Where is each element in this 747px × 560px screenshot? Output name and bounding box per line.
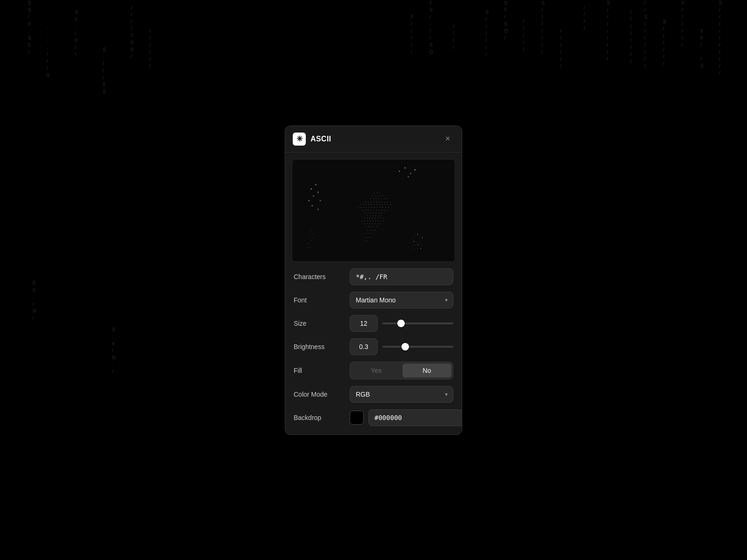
colormode-dropdown[interactable]: RGB Grayscale Monochrome — [350, 386, 453, 403]
rain-char: / — [411, 42, 414, 48]
rain-char: 0 — [131, 40, 134, 46]
rain-column: S////////// — [719, 0, 722, 76]
rain-char: / — [607, 56, 610, 62]
svg-text:.: . — [375, 228, 376, 231]
rain-char: / — [644, 0, 648, 6]
svg-text:+: + — [414, 168, 416, 171]
rain-char: / — [719, 14, 722, 20]
characters-input[interactable] — [350, 268, 453, 285]
rain-char: / — [719, 49, 722, 55]
fill-yes-button[interactable]: Yes — [352, 364, 401, 378]
rain-char: S — [112, 327, 115, 333]
rain-char: S — [504, 21, 508, 27]
rain-char: / — [644, 42, 648, 48]
rain-char: / — [453, 37, 454, 43]
rain-char: S — [28, 0, 31, 6]
rain-char: / — [630, 51, 632, 57]
rain-char: / — [630, 16, 632, 22]
rain-char: S — [719, 0, 722, 6]
rain-char: N — [112, 355, 115, 361]
rain-column: SS/#.S5/ — [28, 0, 31, 55]
modal-title: ASCII — [310, 135, 331, 143]
rain-char: / — [584, 12, 585, 18]
rain-char: 0 — [103, 82, 106, 88]
backdrop-hex-input[interactable] — [368, 409, 462, 426]
rain-char: / — [607, 14, 610, 20]
rain-char: F — [682, 0, 684, 6]
svg-text:.: . — [309, 231, 311, 234]
rain-char: / — [486, 44, 489, 50]
rain-char: / — [486, 51, 489, 57]
rain-char: / — [131, 12, 134, 18]
svg-text:.: . — [310, 228, 312, 231]
rain-char: / — [33, 301, 36, 307]
rain-char: O — [430, 49, 433, 55]
size-slider[interactable] — [382, 322, 453, 324]
rain-char: / — [719, 42, 722, 48]
rain-char: / — [453, 30, 454, 36]
font-dropdown[interactable]: Martian Mono Courier New Monaco Consolas — [350, 292, 453, 308]
rain-char: / — [560, 42, 562, 48]
rain-char: / — [542, 14, 545, 20]
rain-char: / — [700, 42, 704, 48]
characters-input-wrapper — [350, 268, 453, 285]
close-button[interactable]: × — [441, 133, 454, 146]
size-number-input[interactable] — [350, 315, 378, 332]
rain-char: / — [430, 35, 433, 41]
rain-char: / — [103, 68, 106, 74]
rain-char: - — [430, 21, 433, 27]
rain-column: ////700/ — [131, 5, 134, 60]
rain-char: / — [560, 63, 562, 69]
rain-char: / — [103, 75, 106, 81]
fill-label: Fill — [294, 367, 350, 374]
svg-text:.: . — [380, 222, 381, 224]
rain-char: \ — [75, 51, 78, 57]
rain-char: . — [103, 54, 106, 60]
svg-text:.: . — [312, 231, 314, 234]
rain-char: / — [663, 54, 666, 60]
rain-char: / — [523, 33, 524, 39]
rain-char: S — [700, 63, 704, 69]
svg-text:.: . — [372, 228, 374, 231]
svg-text:+: + — [408, 175, 409, 179]
svg-text:+: + — [310, 187, 312, 191]
rain-column: ///// — [523, 19, 524, 53]
brightness-slider[interactable] — [382, 346, 453, 348]
rain-char: . — [47, 30, 49, 36]
controls-panel: Characters Font Martian Mono Courier New… — [285, 262, 462, 434]
rain-char: / — [28, 49, 31, 55]
svg-text:.: . — [387, 208, 388, 211]
svg-text:+: + — [413, 239, 415, 242]
fill-toggle-group: Yes No — [350, 362, 453, 379]
rain-char: S — [75, 9, 78, 15]
fill-no-button[interactable]: No — [402, 364, 452, 378]
rain-column: 0#./N/ — [33, 280, 36, 321]
rain-char: / — [486, 37, 489, 43]
rain-char: # — [112, 341, 115, 347]
svg-text:+: + — [319, 198, 321, 202]
rain-column: ////// — [149, 28, 151, 69]
rain-char: / — [430, 28, 433, 34]
rain-char: / — [682, 7, 684, 13]
rain-char: / — [719, 56, 722, 62]
rain-char: / — [663, 40, 666, 46]
size-slider-container — [382, 322, 453, 324]
rain-char: S — [486, 9, 489, 15]
rain-char: / — [149, 28, 151, 34]
app-icon: ✳ — [293, 133, 306, 146]
rain-char: / — [542, 35, 545, 41]
svg-text:+: + — [417, 233, 419, 236]
rain-char: / — [644, 28, 648, 34]
rain-char: / — [644, 35, 648, 41]
svg-text:+: + — [317, 190, 319, 194]
backdrop-color-swatch[interactable] — [350, 411, 364, 425]
rain-char: / — [630, 23, 632, 29]
rain-column: //// — [453, 23, 454, 50]
svg-text:.: . — [414, 247, 416, 250]
rain-char: / — [112, 369, 115, 375]
rain-char: / — [430, 14, 433, 20]
rain-char: / — [682, 21, 684, 27]
fill-toggle-wrapper: Yes No — [350, 362, 453, 379]
rain-char: / — [719, 28, 722, 34]
brightness-number-input[interactable] — [350, 338, 378, 355]
